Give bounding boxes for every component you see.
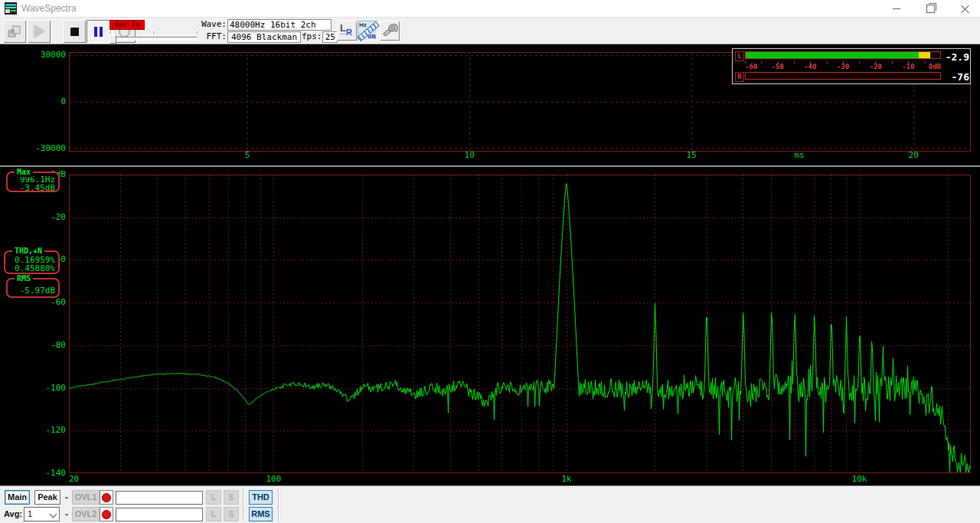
waveform-y-tick: 0 — [26, 97, 66, 106]
waveform-y-tick: -30000 — [26, 144, 66, 153]
stop-button[interactable] — [63, 20, 86, 43]
waveform-x-tick: 20 — [904, 151, 923, 160]
spectrum-plot-canvas — [69, 175, 971, 473]
spectrum-x-tick: 1k — [557, 475, 576, 484]
meter-left-value: -2.9 — [944, 51, 969, 63]
minimize-icon — [893, 8, 900, 9]
meter-left-yellow-bar — [919, 52, 930, 58]
waveform-x-tick: 10 — [460, 151, 479, 160]
meter-scale-label: -10 — [902, 63, 914, 70]
max-level-value: -3.45dB — [8, 184, 58, 192]
meter-scale-label: -30 — [837, 63, 849, 70]
window-title: WaveSpectra — [21, 3, 77, 14]
fft-setting-field[interactable]: 4096 Blackman — [227, 31, 301, 43]
avg-label: Avg: — [4, 509, 22, 518]
rms-readout-title: RMS — [15, 274, 33, 283]
meter-scale-label: -50 — [772, 63, 784, 70]
max-readout-title: Max — [15, 168, 33, 177]
pause-button[interactable] — [87, 20, 109, 43]
spectrum-panel: 0dB-20-40-60-80-100-120-140 201001k10k M… — [0, 167, 980, 485]
wave-format-field[interactable]: 48000Hz 16bit 2ch — [227, 19, 332, 31]
spectrum-y-tick: -140 — [26, 469, 66, 478]
ovl2-l-button[interactable]: L — [206, 507, 221, 521]
max-readout: Max 996.1Hz -3.45dB — [6, 172, 60, 192]
device-select-button[interactable] — [3, 20, 26, 43]
close-icon — [961, 5, 969, 13]
meter-scale-label: 0dB — [929, 63, 941, 70]
close-button[interactable] — [948, 0, 980, 17]
spectrum-y-tick: -120 — [26, 426, 66, 435]
ovl1-s-button[interactable]: S — [224, 490, 239, 505]
spectrum-y-tick: -100 — [26, 384, 66, 393]
dash-2: - — [65, 509, 68, 520]
restore-icon — [926, 5, 935, 13]
restore-button[interactable] — [913, 0, 948, 17]
meter-left-label: L — [735, 51, 744, 61]
waveform-x-tick: 5 — [238, 151, 256, 160]
red-dot-icon — [102, 493, 111, 502]
slider-handle[interactable] — [109, 34, 116, 44]
play-button[interactable] — [28, 20, 51, 43]
lr-channel-icon: L — [340, 22, 346, 34]
rec-in-indicator: Rec In — [109, 20, 145, 30]
ovl1-color-button[interactable] — [100, 490, 113, 505]
pause-icon — [94, 27, 103, 37]
rec-level-slider[interactable] — [109, 31, 198, 44]
fps-label: fps: — [302, 31, 322, 41]
meter-scale-label: -20 — [870, 63, 882, 70]
spectrum-x-tick: 20 — [69, 475, 87, 484]
spectrum-x-tick: 100 — [264, 475, 283, 484]
red-dot-icon — [102, 510, 111, 519]
ovl2-button[interactable]: OVL2 — [72, 507, 100, 521]
meter-left-green-bar — [746, 52, 919, 58]
meter-left-track — [745, 51, 941, 59]
lr-channel-button[interactable]: L R — [337, 21, 357, 41]
ovl1-button[interactable]: OVL1 — [72, 490, 100, 505]
app-icon — [5, 2, 17, 15]
minimize-button[interactable] — [879, 0, 913, 17]
hz-db-ruler-icon: Hz — [359, 21, 367, 28]
bottom-toolbar: Main Peak - OVL1 L S THD Avg: 1 - OVL2 L… — [0, 485, 980, 523]
meter-right-track — [745, 72, 941, 80]
ovl2-s-button[interactable]: S — [224, 507, 239, 521]
chevron-down-icon — [50, 511, 57, 518]
overlay2-file-input[interactable] — [116, 508, 203, 521]
avg-value: 1 — [28, 509, 32, 518]
meter-right-value: -76 — [944, 71, 969, 83]
ovl1-l-button[interactable]: L — [206, 490, 221, 505]
wave-label: Wave: — [196, 19, 227, 29]
slider-track[interactable] — [109, 37, 198, 41]
thd-readout: THD,+N 0.16959% 0.45880% — [4, 250, 60, 274]
meter-right-label: R — [735, 72, 744, 82]
fps-field[interactable]: 25 — [322, 31, 338, 43]
waveform-x-tick: 15 — [682, 151, 701, 160]
spectrum-x-tick: 10k — [851, 475, 869, 484]
thd-readout-title: THD,+N — [12, 247, 44, 256]
waveform-unit-label: ms — [790, 151, 808, 160]
main-button[interactable]: Main — [5, 490, 30, 505]
meter-scale-label: -60 — [745, 63, 757, 70]
overlay1-file-input[interactable] — [116, 491, 203, 505]
peak-button[interactable]: Peak — [34, 490, 60, 505]
fft-label: FFT: — [196, 31, 227, 41]
slider-ticks — [109, 31, 198, 34]
meter-scale: -60-50-40-30-20-100dB — [745, 61, 941, 70]
spectrum-y-tick: -80 — [26, 341, 66, 350]
thd-value-2: 0.45880% — [5, 264, 58, 273]
rms-value: -5.97dB — [8, 286, 58, 295]
wrench-icon — [381, 22, 398, 39]
spectrum-y-tick: -60 — [26, 298, 66, 307]
level-meter: L -2.9 -60-50-40-30-20-100dB R -76 — [732, 48, 971, 84]
avg-select[interactable]: 1 — [24, 507, 60, 521]
dash-1: - — [65, 492, 68, 503]
title-bar: WaveSpectra — [0, 0, 980, 17]
play-icon — [34, 25, 44, 38]
thd-button[interactable]: THD — [249, 490, 273, 505]
meter-scale-label: -40 — [804, 63, 816, 70]
stop-icon — [70, 28, 79, 36]
ovl2-color-button[interactable] — [100, 507, 113, 521]
settings-button[interactable] — [380, 21, 400, 41]
rms-button[interactable]: RMS — [249, 507, 273, 521]
separator — [278, 489, 279, 521]
scale-mode-button[interactable]: Hz dB — [358, 21, 377, 41]
